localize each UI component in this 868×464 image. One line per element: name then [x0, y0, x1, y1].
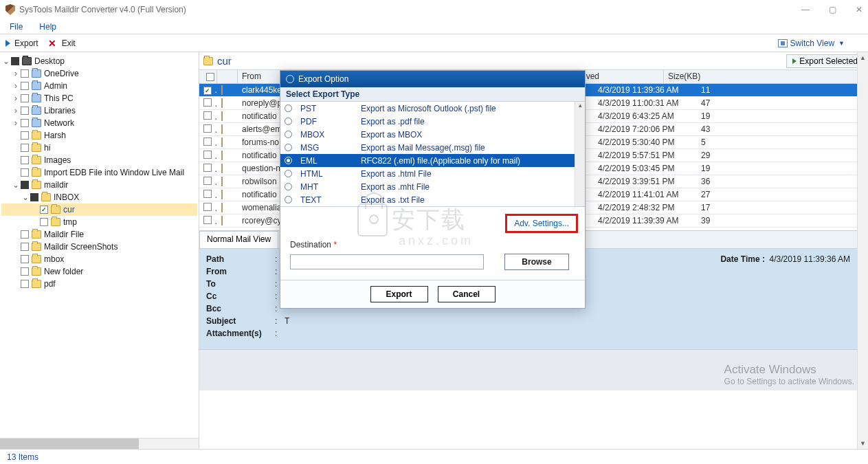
dialog-titlebar[interactable]: Export Option: [280, 71, 585, 87]
toolbar-switch-view[interactable]: Switch View: [790, 38, 834, 48]
col-checkbox[interactable]: [199, 70, 217, 83]
folder-header: cur Export Selected: [199, 52, 868, 70]
tree-desktop[interactable]: ⌄Desktop: [1, 55, 197, 67]
folder-icon: [203, 57, 213, 65]
radio-icon: [285, 131, 292, 138]
tree-import-edb[interactable]: Import EDB File into Window Live Mail: [1, 166, 197, 179]
detail-datetime-value: 4/3/2019 11:39:36 AM: [770, 254, 850, 264]
activate-windows-note: Activate Windows Go to Settings to activ…: [724, 363, 854, 386]
envelope-icon: [221, 124, 223, 134]
export-selected-button[interactable]: Export Selected: [786, 54, 864, 68]
tree-hi[interactable]: hi: [1, 142, 197, 154]
tree-pane: ⌄Desktop ›OneDrive ›Admin ›This PC ›Libr…: [0, 52, 199, 449]
tree-harsh[interactable]: Harsh: [1, 129, 197, 142]
envelope-icon: [221, 216, 223, 225]
radio-icon: [285, 157, 292, 164]
tree-network[interactable]: ›Network: [1, 117, 197, 129]
browse-button[interactable]: Browse: [504, 254, 569, 270]
folder-name: cur: [217, 55, 232, 67]
envelope-icon: [221, 151, 223, 160]
tree-onedrive[interactable]: ›OneDrive: [1, 67, 197, 80]
titlebar: SysTools Maildir Converter v4.0 (Full Ve…: [0, 0, 868, 19]
tree-admin[interactable]: ›Admin: [1, 80, 197, 92]
radio-icon: [285, 118, 292, 125]
bottom-gray-area: Activate Windows Go to Settings to activ…: [199, 349, 868, 390]
tree-maildir-ss[interactable]: Maildir ScreenShots: [1, 241, 197, 253]
export-type-option[interactable]: MBOXExport as MBOX: [280, 128, 585, 141]
radio-icon: [285, 104, 292, 112]
export-icon: [5, 40, 10, 47]
envelope-icon: [221, 85, 223, 95]
detail-bcc-label: Bcc: [206, 304, 275, 313]
envelope-icon: [221, 177, 223, 186]
maximize-button[interactable]: ▢: [829, 5, 836, 14]
export-type-option[interactable]: HTMLExport as .html File: [280, 167, 585, 180]
exit-icon: ✕: [48, 38, 56, 49]
tree-thispc[interactable]: ›This PC: [1, 92, 197, 104]
activate-sub: Go to Settings to activate Windows.: [724, 377, 854, 386]
col-size[interactable]: Size(KB): [664, 70, 868, 83]
toolbar: Export ✕ Exit Switch View ▼: [0, 34, 868, 52]
tree-mbox[interactable]: mbox: [1, 253, 197, 265]
detail-from-label: From: [206, 267, 275, 276]
right-vscrollbar[interactable]: ▲▼: [857, 52, 868, 449]
toolbar-export[interactable]: Export: [14, 38, 38, 48]
close-button[interactable]: ✕: [856, 5, 863, 14]
adv-settings-button[interactable]: Adv. Settings...: [505, 214, 578, 233]
envelope-icon: [221, 137, 223, 147]
export-type-option[interactable]: MSGExport as Mail Message(.msg) file: [280, 141, 585, 154]
export-selected-label: Export Selected: [799, 56, 858, 66]
tree-pdf[interactable]: pdf: [1, 278, 197, 290]
tab-normal-mail-view[interactable]: Normal Mail View: [199, 231, 278, 248]
detail-subject-label: Subject: [206, 316, 275, 326]
envelope-icon: [221, 190, 223, 199]
export-arrow-icon: [792, 58, 797, 64]
options-vscrollbar[interactable]: ▴: [575, 102, 585, 206]
app-shield-icon: [5, 4, 15, 15]
export-button[interactable]: Export: [370, 286, 428, 302]
export-type-option[interactable]: TEXTExport as .txt File: [280, 193, 585, 206]
chevron-down-icon[interactable]: ▼: [838, 40, 845, 47]
export-type-option[interactable]: PSTExport as Microsoft Outlook (.pst) fi…: [280, 102, 585, 115]
tree-tmp[interactable]: tmp: [1, 216, 197, 228]
destination-input[interactable]: [290, 254, 484, 269]
toolbar-exit[interactable]: Exit: [62, 38, 76, 48]
export-type-option[interactable]: EMLRFC822 (.eml) file.(Applicable only f…: [280, 154, 585, 167]
tree-hscrollbar[interactable]: [0, 438, 199, 449]
detail-to-label: To: [206, 279, 275, 289]
menu-file[interactable]: File: [10, 22, 23, 32]
gear-icon: [286, 75, 294, 83]
statusbar: 13 Items: [0, 449, 868, 464]
envelope-icon: [221, 164, 223, 173]
menu-help[interactable]: Help: [39, 22, 56, 32]
dialog-title: Export Option: [298, 74, 348, 84]
export-type-option[interactable]: PDFExport as .pdf file: [280, 115, 585, 128]
status-items: 13 Items: [7, 452, 38, 462]
detail-path-label: Path: [206, 254, 275, 264]
radio-icon: [285, 170, 292, 177]
tree-newfolder[interactable]: New folder: [1, 265, 197, 278]
dialog-subheader: Select Export Type: [280, 87, 585, 102]
radio-icon: [285, 144, 292, 151]
detail-datetime-label: Date Time :: [720, 254, 764, 264]
menubar: File Help: [0, 19, 868, 34]
cancel-button[interactable]: Cancel: [438, 286, 496, 302]
destination-label: Destination *: [290, 240, 337, 250]
detail-cc-label: Cc: [206, 291, 275, 301]
export-option-dialog: Export Option Select Export Type PSTExpo…: [280, 70, 586, 309]
radio-icon: [285, 183, 292, 190]
tree-libraries[interactable]: ›Libraries: [1, 104, 197, 117]
activate-heading: Activate Windows: [724, 363, 854, 377]
window-title: SysTools Maildir Converter v4.0 (Full Ve…: [19, 5, 186, 14]
tree-inbox[interactable]: ⌄INBOX: [1, 191, 197, 203]
tree-maildir-file[interactable]: Maildir File: [1, 228, 197, 241]
radio-icon: [285, 196, 292, 203]
col-icon: [217, 70, 238, 83]
tree-cur[interactable]: cur: [1, 203, 197, 216]
export-type-option[interactable]: MHTExport as .mht File: [280, 180, 585, 193]
tree-maildir[interactable]: ⌄maildir: [1, 179, 197, 191]
detail-attach-label: Attachment(s): [206, 329, 275, 338]
minimize-button[interactable]: —: [801, 5, 810, 14]
tree-images[interactable]: Images: [1, 154, 197, 166]
envelope-icon: [221, 111, 223, 121]
